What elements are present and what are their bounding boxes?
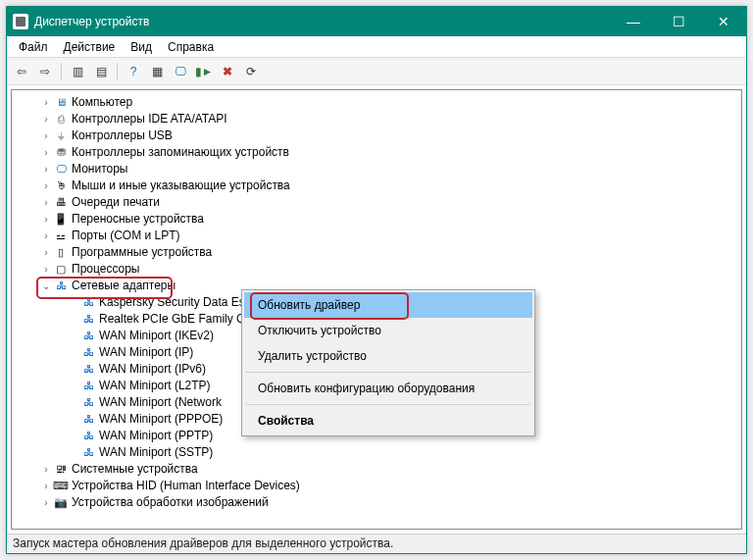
adapter-icon: 🖧 xyxy=(80,362,96,378)
ide-icon: ⎙ xyxy=(53,112,69,127)
node-ports[interactable]: ›⚍Порты (COM и LPT) xyxy=(12,228,741,244)
usb-icon: ⏚ xyxy=(53,128,69,144)
software-icon: ▯ xyxy=(53,245,69,261)
cpu-icon: ▢ xyxy=(53,262,69,278)
node-monitors[interactable]: ›🖵Мониторы xyxy=(12,161,741,178)
menubar: Файл Действие Вид Справка xyxy=(7,36,746,58)
computer-icon: 🖥 xyxy=(53,95,69,111)
device-manager-window: Диспетчер устройств — ☐ ✕ Файл Действие … xyxy=(6,6,747,554)
printer-icon: 🖶 xyxy=(53,195,69,211)
ctx-uninstall-device[interactable]: Удалить устройство xyxy=(244,343,532,369)
node-print-queues[interactable]: ›🖶Очереди печати xyxy=(12,194,741,211)
adapter-icon: 🖧 xyxy=(80,312,96,328)
adapter-icon: 🖧 xyxy=(80,445,96,461)
network-icon: 🖧 xyxy=(53,279,69,294)
tree-panel: ›🖥Компьютер ›⎙Контроллеры IDE ATA/ATAPI … xyxy=(11,89,742,530)
menu-file[interactable]: Файл xyxy=(11,38,56,56)
port-icon: ⚍ xyxy=(53,229,69,244)
forward-button[interactable]: ⇨ xyxy=(34,61,56,82)
node-usb[interactable]: ›⏚Контроллеры USB xyxy=(12,127,741,144)
node-imaging[interactable]: ›📷Устройства обработки изображений xyxy=(12,494,741,511)
close-button[interactable]: ✕ xyxy=(701,7,746,36)
minimize-button[interactable]: — xyxy=(611,7,656,36)
menu-help[interactable]: Справка xyxy=(160,38,222,56)
system-icon: 🖳 xyxy=(53,462,69,478)
node-mice[interactable]: ›🖰Мыши и иные указывающие устройства xyxy=(12,178,741,194)
hid-icon: ⌨ xyxy=(53,479,69,494)
properties-button[interactable]: ▤ xyxy=(90,61,112,82)
enable-device-button[interactable]: ▮► xyxy=(193,61,215,82)
node-computer[interactable]: ›🖥Компьютер xyxy=(12,94,741,111)
adapter-icon: 🖧 xyxy=(80,429,96,444)
show-hide-tree-button[interactable]: ▥ xyxy=(67,61,88,82)
help-button[interactable]: ? xyxy=(123,61,144,82)
titlebar[interactable]: Диспетчер устройств — ☐ ✕ xyxy=(7,7,746,36)
adapter-icon: 🖧 xyxy=(80,295,96,311)
node-ide[interactable]: ›⎙Контроллеры IDE ATA/ATAPI xyxy=(12,111,741,127)
node-system-devices[interactable]: ›🖳Системные устройства xyxy=(12,461,741,478)
adapter-icon: 🖧 xyxy=(80,329,96,344)
window-controls: — ☐ ✕ xyxy=(611,7,746,36)
context-menu: Обновить драйвер Отключить устройство Уд… xyxy=(241,289,535,436)
storage-icon: ⛃ xyxy=(53,145,69,161)
node-hid[interactable]: ›⌨Устройства HID (Human Interface Device… xyxy=(12,478,741,494)
adapter-icon: 🖧 xyxy=(80,412,96,428)
ctx-scan-hardware[interactable]: Обновить конфигурацию оборудования xyxy=(244,376,532,401)
window-title: Диспетчер устройств xyxy=(34,15,149,28)
node-processors[interactable]: ›▢Процессоры xyxy=(12,261,741,278)
scan-hardware-button[interactable]: ⟳ xyxy=(240,61,262,82)
ctx-disable-device[interactable]: Отключить устройство xyxy=(244,318,532,343)
ctx-separator xyxy=(246,372,530,373)
node-software-devices[interactable]: ›▯Программные устройства xyxy=(12,244,741,261)
toolbar: ⇦ ⇨ ▥ ▤ ? ▦ 🖵 ▮► ✖ ⟳ xyxy=(7,58,746,85)
ctx-separator xyxy=(246,404,530,405)
portable-icon: 📱 xyxy=(53,212,69,228)
statusbar: Запуск мастера обновления драйверов для … xyxy=(7,534,746,553)
ctx-properties[interactable]: Свойства xyxy=(244,408,532,433)
adapter-icon: 🖧 xyxy=(80,395,96,411)
app-icon xyxy=(13,14,28,29)
toolbar-separator xyxy=(61,63,62,80)
toolbar-separator xyxy=(117,63,118,80)
menu-view[interactable]: Вид xyxy=(123,38,160,56)
adapter-icon: 🖧 xyxy=(80,379,96,394)
ctx-update-driver[interactable]: Обновить драйвер xyxy=(244,292,532,318)
uninstall-button[interactable]: ✖ xyxy=(217,61,238,82)
adapter-icon: 🖧 xyxy=(80,345,96,361)
node-storage[interactable]: ›⛃Контроллеры запоминающих устройств xyxy=(12,144,741,161)
maximize-button[interactable]: ☐ xyxy=(656,7,701,36)
scan-button[interactable]: ▦ xyxy=(146,61,168,82)
node-portable[interactable]: ›📱Переносные устройства xyxy=(12,211,741,228)
monitor-icon: 🖵 xyxy=(53,162,69,178)
menu-action[interactable]: Действие xyxy=(56,38,124,56)
update-driver-button[interactable]: 🖵 xyxy=(170,61,191,82)
statusbar-text: Запуск мастера обновления драйверов для … xyxy=(13,536,393,550)
node-wan-sstp[interactable]: 🖧WAN Miniport (SSTP) xyxy=(12,444,741,461)
back-button[interactable]: ⇦ xyxy=(11,61,32,82)
imaging-icon: 📷 xyxy=(53,495,69,511)
mouse-icon: 🖰 xyxy=(53,178,69,194)
